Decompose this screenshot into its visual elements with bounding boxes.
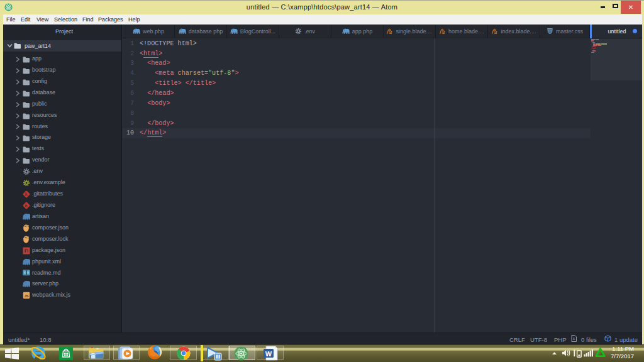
- svg-text:JS: JS: [25, 294, 29, 298]
- svg-text:W: W: [265, 350, 272, 358]
